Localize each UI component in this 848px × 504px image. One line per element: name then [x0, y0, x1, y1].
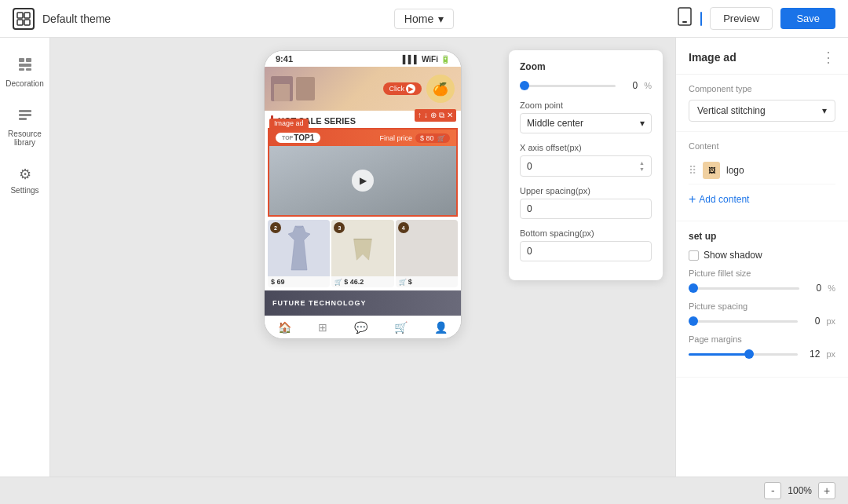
canvas-area: 9:41 ▌▌▌ WiFi 🔋 Click: [50, 38, 675, 477]
component-type-label: Component type: [689, 84, 835, 93]
play-button[interactable]: ▶: [352, 170, 374, 192]
spacing-row: 0 px: [689, 316, 835, 327]
panel-header: Image ad ⋮: [676, 38, 848, 75]
component-type-select[interactable]: Vertical stitching ▾: [689, 100, 835, 122]
zoom-point-select[interactable]: Middle center ▾: [520, 113, 652, 133]
svg-rect-11: [19, 110, 31, 112]
main-layout: Decoration Resource library ⚙ Settings 9…: [0, 38, 848, 477]
margins-slider[interactable]: [689, 353, 798, 356]
status-bar: 9:41 ▌▌▌ WiFi 🔋: [265, 51, 461, 67]
resource-label: Resource library: [6, 130, 44, 147]
phone-nav: 🏠 ⊞ 💬 🛒 👤: [265, 316, 461, 338]
sidebar-item-settings[interactable]: ⚙ Settings: [3, 159, 47, 201]
drag-handle[interactable]: ⠿: [689, 164, 696, 177]
zoom-unit: %: [644, 81, 652, 90]
product-grid: 2 $ 69 3: [265, 217, 461, 287]
component-type-value: Vertical stitching: [697, 105, 766, 116]
fillet-size-section: Picture fillet size 0 %: [689, 268, 835, 294]
product-image-3: 4: [396, 220, 458, 276]
banner-click-button[interactable]: Click ▶: [383, 82, 422, 95]
signal-icon: ▌▌▌: [403, 55, 419, 64]
fillet-value: 0: [806, 283, 821, 294]
product-card-1[interactable]: 2 $ 69: [268, 220, 330, 287]
sidebar: Decoration Resource library ⚙ Settings: [0, 38, 50, 477]
toolbar-delete[interactable]: ✕: [447, 111, 453, 120]
product-price-2: 🛒 $ 46.2: [331, 276, 393, 287]
image-ad-toolbar: ↑ ↓ ⊕ ⧉ ✕: [415, 109, 456, 122]
video-thumbnail: ▶: [269, 146, 456, 215]
fillet-label: Picture fillet size: [689, 268, 835, 278]
margins-fill: [689, 353, 749, 356]
svg-rect-0: [17, 13, 23, 18]
settings-label: Settings: [10, 186, 38, 195]
image-ad-label: Image ad: [269, 119, 309, 128]
svg-rect-6: [19, 58, 24, 62]
upper-spacing-label: Upper spacing(px): [520, 186, 652, 195]
toolbar-up[interactable]: ↑: [418, 111, 422, 120]
x-axis-spinners: ▲ ▼: [639, 160, 645, 172]
topbar-left: Default theme: [13, 8, 394, 30]
show-shadow-checkbox[interactable]: [689, 250, 699, 261]
fillet-unit: %: [828, 283, 835, 293]
save-button[interactable]: Save: [780, 8, 835, 29]
x-up[interactable]: ▲: [639, 160, 645, 166]
bottom-spacing-input[interactable]: 0: [520, 241, 652, 261]
x-axis-label: X axis offset(px): [520, 143, 652, 152]
bottom-spacing-label: Bottom spacing(px): [520, 228, 652, 238]
phone-mockup: 9:41 ▌▌▌ WiFi 🔋 Click: [264, 50, 462, 339]
svg-rect-7: [26, 58, 31, 62]
nav-dropdown[interactable]: Home ▾: [394, 9, 454, 29]
toolbar-move[interactable]: ⊕: [430, 111, 437, 120]
upper-spacing-input[interactable]: 0: [520, 199, 652, 219]
app-logo[interactable]: [13, 8, 35, 30]
component-type-section: Component type Vertical stitching ▾: [676, 75, 848, 132]
svg-rect-8: [19, 64, 31, 67]
sidebar-item-resource[interactable]: Resource library: [3, 100, 47, 153]
zoom-panel-title: Zoom: [520, 61, 652, 72]
product-badge-1: 2: [270, 222, 281, 233]
image-ad-section[interactable]: Image ad ↑ ↓ ⊕ ⧉ ✕ TOP TOP1 Final price: [268, 128, 458, 217]
panel-title: Image ad: [689, 51, 737, 64]
nav-dropdown-value: Home: [404, 13, 433, 25]
nav-home-icon[interactable]: 🏠: [278, 321, 291, 334]
product-card-2[interactable]: 3 🛒 $ 46.2: [331, 220, 393, 287]
zoom-level: 100%: [788, 485, 812, 496]
nav-grid-icon[interactable]: ⊞: [318, 321, 327, 334]
add-content-button[interactable]: + Add content: [689, 188, 835, 211]
zoom-plus-button[interactable]: +: [818, 482, 835, 499]
sidebar-item-decoration[interactable]: Decoration: [3, 50, 47, 94]
product-badge-3: 4: [398, 222, 409, 233]
cart-icon-2: 🛒: [334, 279, 342, 286]
zoom-slider[interactable]: [520, 85, 616, 87]
topbar-right: Preview Save: [454, 7, 835, 31]
picture-spacing-section: Picture spacing 0 px: [689, 301, 835, 327]
show-shadow-label: Show shadow: [704, 250, 762, 261]
svg-rect-1: [24, 13, 30, 18]
bottom-spacing-value: 0: [527, 246, 532, 257]
toolbar-copy[interactable]: ⧉: [439, 111, 444, 120]
fillet-row: 0 %: [689, 283, 835, 294]
x-axis-input[interactable]: 0 ▲ ▼: [520, 155, 652, 177]
panel-more-button[interactable]: ⋮: [821, 49, 835, 66]
zoom-panel: Zoom 0 % Zoom point Middle center ▾ X ax…: [509, 50, 663, 280]
fillet-slider[interactable]: [689, 287, 799, 290]
setup-label: set up: [689, 231, 835, 242]
preview-button[interactable]: Preview: [710, 7, 773, 30]
settings-icon: ⚙: [19, 166, 31, 183]
product-card-3[interactable]: 4 🛒 $: [396, 220, 458, 287]
topbar-center: Home ▾: [394, 9, 454, 29]
zoom-minus-button[interactable]: -: [764, 482, 781, 499]
product-image-1: 2: [268, 220, 330, 276]
decoration-icon: [17, 57, 33, 76]
x-down[interactable]: ▼: [639, 166, 645, 172]
toolbar-down[interactable]: ↓: [424, 111, 428, 120]
spacing-slider[interactable]: [689, 320, 798, 323]
nav-chat-icon[interactable]: 💬: [354, 321, 367, 334]
nav-cart-icon[interactable]: 🛒: [394, 321, 408, 334]
theme-title: Default theme: [42, 13, 111, 25]
spacing-label: Picture spacing: [689, 301, 835, 311]
svg-rect-13: [19, 118, 27, 120]
content-item-logo: ⠿ 🖼 logo: [689, 157, 835, 184]
nav-profile-icon[interactable]: 👤: [434, 321, 448, 334]
show-shadow-row: Show shadow: [689, 250, 835, 261]
